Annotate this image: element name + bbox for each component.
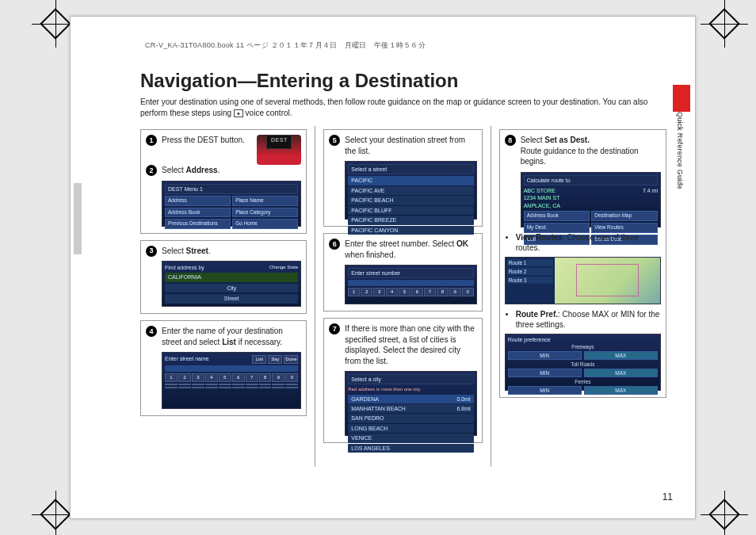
route-pref-screenshot: Route preference Freeways MINMAX Toll Ro… (505, 334, 661, 391)
step-group-3: 3 Select Street. Find address by Change … (140, 240, 307, 315)
step-number-3: 3 (146, 246, 157, 257)
enter-number-screenshot: Enter street number 1234567890 (345, 265, 476, 304)
dest-menu-screenshot: DEST Menu 1 AddressPlace Name Address Bo… (162, 181, 301, 227)
page-title: Navigation—Entering a Destination (140, 70, 666, 92)
step-group-8: 8 Select Set as Dest. Route guidance to … (499, 129, 666, 398)
column-1: 1 Press the DEST button. DEST 2 Select A… (140, 126, 315, 467)
intro-paragraph: Enter your destination using one of seve… (140, 97, 666, 118)
step-number-1: 1 (146, 135, 157, 146)
section-tab-gray (74, 183, 82, 254)
step-number-4: 4 (146, 326, 157, 337)
step-7-text: If there is more than one city with the … (345, 323, 476, 436)
crop-mark (701, 0, 748, 48)
step-group-7: 7 If there is more than one city with th… (323, 318, 482, 443)
side-running-title: Quick Reference Guide (676, 112, 684, 189)
voice-icon: ✦ (234, 109, 243, 117)
calc-route-screenshot: Calculate route to ABC STORE 1234 MAIN S… (521, 172, 661, 227)
bullet-route-pref: Route Pref.: Choose MAX or MIN for the t… (516, 309, 661, 331)
step-number-6: 6 (329, 239, 340, 250)
section-tab-red (673, 85, 690, 112)
dest-button-graphic: DEST (257, 135, 301, 165)
select-city-screenshot: Select a city Red address is more than o… (345, 371, 476, 436)
page-frame: Quick Reference Guide CR-V_KA-31T0A800.b… (70, 16, 696, 519)
page-number: 11 (662, 491, 673, 503)
step-2-text: Select Address. DEST Menu 1 AddressPlace… (162, 165, 301, 227)
print-header-line: CR-V_KA-31T0A800.book 11 ページ ２０１１年７月４日 月… (140, 40, 666, 51)
select-street-screenshot: Select a street PACIFIC PACIFIC AVE PACI… (345, 161, 476, 220)
step-number-2: 2 (146, 165, 157, 176)
step-group-6: 6 Enter the street number. Select OK whe… (323, 233, 482, 311)
step-4-text: Enter the name of your destination stree… (162, 326, 301, 409)
columns: 1 Press the DEST button. DEST 2 Select A… (140, 126, 666, 467)
find-address-screenshot: Find address by Change State CALIFORNIA … (162, 261, 301, 307)
step-1-text: Press the DEST button. (162, 136, 245, 144)
step-3-text: Select Street. Find address by Change St… (162, 246, 301, 308)
view-routes-screenshot: Route 1 Route 2 Route 3 (505, 257, 661, 304)
step-8-text: Select Set as Dest. Route guidance to th… (521, 135, 661, 227)
crop-mark (701, 491, 748, 535)
step-number-5: 5 (329, 135, 340, 146)
step-group-5: 5 Select your destination street from th… (323, 129, 482, 227)
column-3: 8 Select Set as Dest. Route guidance to … (491, 126, 666, 467)
step-group-1-2: 1 Press the DEST button. DEST 2 Select A… (140, 129, 307, 234)
step-group-4: 4 Enter the name of your destination str… (140, 320, 307, 416)
step-6-text: Enter the street number. Select OK when … (345, 239, 476, 304)
step-number-7: 7 (329, 323, 340, 334)
step-5-text: Select your destination street from the … (345, 135, 476, 220)
enter-street-screenshot: Enter street name List Say Done 12345678… (162, 352, 301, 409)
step-number-8: 8 (505, 135, 516, 146)
column-2: 5 Select your destination street from th… (315, 126, 491, 467)
